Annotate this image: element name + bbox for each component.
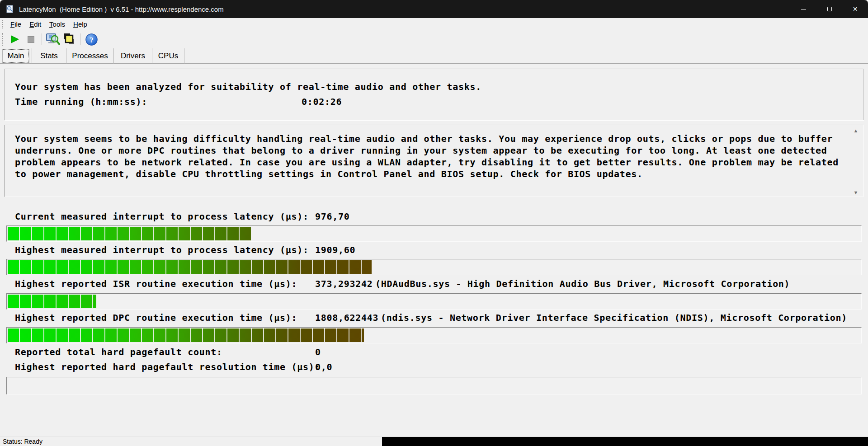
tab-stats[interactable]: Stats	[32, 48, 66, 64]
menu-edit[interactable]: Edit	[25, 19, 45, 29]
title-bar: LatencyMon (Home Edition ) v 6.51 - http…	[0, 0, 868, 18]
menu-tools-accel: T	[49, 20, 53, 28]
play-icon	[9, 34, 20, 45]
svg-text:?: ?	[90, 35, 94, 44]
measurement-label: Current measured interrupt to process la…	[15, 211, 309, 222]
empty-latency-bar	[6, 377, 862, 394]
latencymon-window: LatencyMon (Home Edition ) v 6.51 - http…	[0, 0, 868, 446]
measurement-value: 1909,60	[315, 244, 355, 256]
tab-main[interactable]: Main	[0, 48, 32, 64]
measurement-label: Highest measured interrupt to process la…	[15, 244, 309, 256]
question-mark-icon: ?	[85, 33, 98, 46]
tab-cpus[interactable]: CPUs	[152, 48, 184, 64]
measurement-value: 373,293242	[315, 278, 373, 290]
toolbar-gripper-icon	[2, 33, 4, 46]
analyze-button[interactable]	[45, 32, 61, 47]
monitor-magnifier-icon	[46, 33, 60, 46]
scrollbar-up-button[interactable]: ▲	[852, 127, 860, 134]
scrollbar-down-button[interactable]: ▼	[852, 188, 860, 196]
menu-file-rest: ile	[14, 20, 21, 28]
tab-drivers[interactable]: Drivers	[114, 48, 152, 64]
measurement-value: 976,70	[315, 211, 349, 222]
latency-bar-fill	[8, 260, 372, 274]
measurement-value: 1808,622443	[315, 312, 378, 324]
latency-bar-fill	[8, 227, 251, 240]
toolbar-separator	[42, 33, 42, 45]
time-running-label: Time running (h:mm:ss):	[15, 96, 147, 108]
warning-line: underruns. One or more DPC routines that…	[15, 145, 827, 156]
tab-main-label: Main	[3, 49, 29, 63]
minimize-icon	[801, 9, 806, 9]
measurement-driver-info: (HDAudBus.sys - High Definition Audio Bu…	[375, 278, 790, 290]
measurement-label: Highest reported hard pagefault resoluti…	[15, 361, 320, 373]
warning-line: to power management, disable CPU throttl…	[15, 168, 643, 180]
tab-stats-label: Stats	[38, 51, 61, 61]
latency-bar	[6, 327, 862, 343]
toolbar: ?	[0, 30, 868, 48]
tab-cpus-label: CPUs	[156, 51, 181, 61]
measurement-label: Reported total hard pagefault count:	[15, 346, 222, 358]
measurement-value: 0	[315, 346, 321, 358]
help-button[interactable]: ?	[83, 32, 99, 47]
close-icon: ✕	[853, 6, 858, 12]
latency-bar	[6, 293, 862, 310]
latency-bar	[6, 259, 862, 275]
close-button[interactable]: ✕	[842, 0, 868, 18]
menu-tools-rest: ools	[53, 20, 66, 28]
tab-bar: Main Stats Processes Drivers CPUs	[0, 48, 868, 64]
bottom-black-strip	[382, 437, 868, 446]
summary-frame	[5, 69, 863, 120]
processes-button[interactable]	[61, 32, 77, 47]
menu-file[interactable]: File	[6, 19, 25, 29]
analysis-summary-text: Your system has been analyzed for suitab…	[15, 81, 481, 93]
measurement-label: Highest reported DPC routine execution t…	[15, 312, 297, 324]
menu-tools[interactable]: Tools	[45, 19, 69, 29]
stop-icon	[28, 36, 34, 43]
menu-file-accel: F	[10, 20, 14, 28]
menu-help-rest: elp	[78, 20, 87, 28]
window-title: LatencyMon (Home Edition ) v 6.51 - http…	[19, 5, 224, 13]
tab-processes-label: Processes	[69, 51, 110, 61]
overlapping-squares-icon	[62, 33, 76, 46]
minimize-button[interactable]	[791, 0, 816, 18]
toolbar-separator	[80, 33, 80, 45]
tab-processes[interactable]: Processes	[66, 48, 114, 64]
app-icon	[5, 5, 14, 14]
menu-bar: File Edit Tools Help	[0, 18, 868, 30]
menu-edit-rest: dit	[34, 20, 41, 28]
latency-bar-fill	[8, 329, 364, 342]
measurement-driver-info: (ndis.sys - Network Driver Interface Spe…	[381, 312, 847, 324]
warning-line: problem appears to be network related. I…	[15, 156, 839, 168]
time-running-value: 0:02:26	[302, 96, 342, 108]
menubar-gripper-icon	[2, 20, 4, 28]
warning-line: Your system seems to be having difficult…	[15, 133, 833, 145]
menu-help[interactable]: Help	[69, 19, 91, 29]
stop-monitor-button[interactable]	[23, 32, 39, 47]
maximize-icon	[827, 7, 832, 11]
latency-bar-fill	[8, 295, 96, 308]
menu-edit-accel: E	[29, 20, 34, 28]
latency-bar	[6, 225, 862, 242]
measurement-value: 0,0	[315, 361, 332, 373]
measurement-label: Highest reported ISR routine execution t…	[15, 278, 297, 290]
menu-help-accel: H	[73, 20, 78, 28]
maximize-button[interactable]	[816, 0, 842, 18]
tab-drivers-label: Drivers	[118, 51, 148, 61]
status-text: Status: Ready	[3, 438, 42, 445]
start-monitor-button[interactable]	[6, 32, 23, 47]
